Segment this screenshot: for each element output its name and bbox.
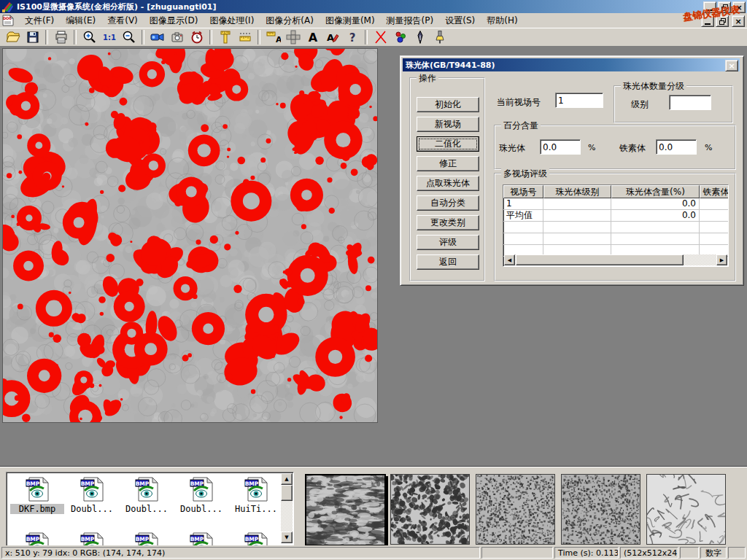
scrollbar-thumb[interactable] bbox=[281, 485, 293, 501]
menu-view[interactable]: 查看(V) bbox=[101, 13, 144, 28]
pick-pearlite-button[interactable]: 点取珠光体 bbox=[417, 176, 479, 191]
file-item[interactable]: BMP bbox=[10, 532, 64, 546]
document-icon[interactable]: DOC bbox=[2, 15, 15, 26]
table-row[interactable] bbox=[503, 222, 728, 233]
column-header-1[interactable]: 珠光体级别 bbox=[543, 185, 611, 198]
column-header-2[interactable]: 珠光体含量(%) bbox=[611, 185, 700, 198]
one-to-one-icon: 1:1 bbox=[102, 30, 117, 44]
multifield-table[interactable]: 视场号珠光体级别珠光体含量(%)铁素体含量(%) 10.0平均值0.0 ◀ ▶ bbox=[503, 184, 729, 267]
print-button[interactable] bbox=[52, 29, 70, 46]
menu-file[interactable]: 文件(F) bbox=[19, 13, 60, 28]
camera-icon bbox=[170, 30, 185, 44]
new-field-button[interactable]: 新视场 bbox=[417, 117, 479, 132]
column-header-0[interactable]: 视场号 bbox=[503, 185, 543, 198]
dialog-title-bar[interactable]: 珠光体(GB/T9441-88) × bbox=[403, 58, 740, 71]
image-thumbnail[interactable] bbox=[390, 474, 470, 545]
toolbar-separator bbox=[258, 30, 260, 44]
table-horizontal-scrollbar[interactable]: ◀ ▶ bbox=[504, 254, 727, 265]
file-item[interactable]: BMPDoubl... bbox=[65, 477, 119, 514]
column-header-3[interactable]: 铁素体含量(%) bbox=[700, 185, 729, 198]
file-item[interactable]: BMPDoubl... bbox=[174, 477, 228, 514]
actual-size-button[interactable]: 1:1 bbox=[100, 29, 118, 46]
snapshot-button[interactable] bbox=[168, 29, 186, 46]
zoom-in-button[interactable] bbox=[80, 29, 98, 46]
micrograph-image[interactable] bbox=[2, 48, 378, 423]
caliper-measure-button[interactable] bbox=[216, 29, 234, 46]
scroll-right-button[interactable]: ▶ bbox=[716, 254, 727, 265]
auto-classify-button[interactable]: 自动分类 bbox=[417, 195, 479, 211]
mdi-minimize-button[interactable] bbox=[701, 15, 714, 27]
file-item[interactable]: BMP bbox=[174, 532, 228, 546]
table-cell bbox=[700, 210, 729, 222]
menu-settings[interactable]: 设置(S) bbox=[439, 13, 481, 28]
table-cell: 平均值 bbox=[503, 210, 543, 222]
file-item[interactable]: BMPHuiTi... bbox=[229, 477, 283, 514]
file-item[interactable]: BMPDoubl... bbox=[120, 477, 174, 514]
pen-tool-button[interactable] bbox=[411, 29, 429, 46]
initialize-button[interactable]: 初始化 bbox=[417, 97, 479, 112]
file-item[interactable]: BMP bbox=[229, 532, 283, 546]
file-item[interactable]: BMP bbox=[120, 532, 174, 546]
multifield-group: 多视场评级 视场号珠光体级别珠光体含量(%)铁素体含量(%) 10.0平均值0.… bbox=[494, 173, 736, 281]
file-item[interactable]: BMPDKF.bmp bbox=[10, 477, 64, 514]
table-row[interactable]: 平均值0.0 bbox=[503, 210, 728, 222]
image-thumbnail[interactable] bbox=[476, 474, 555, 545]
zoom-out-button[interactable] bbox=[120, 29, 138, 46]
menu-help[interactable]: 帮助(H) bbox=[481, 13, 523, 28]
measure-label-button[interactable]: A bbox=[264, 29, 282, 46]
scroll-down-button[interactable]: ▼ bbox=[281, 532, 293, 543]
scroll-left-button[interactable]: ◀ bbox=[504, 254, 515, 265]
phase-classify-button[interactable] bbox=[391, 29, 409, 46]
binarize-button[interactable]: 二值化 bbox=[417, 136, 479, 152]
svg-text:1:1: 1:1 bbox=[103, 34, 116, 42]
brush-tool-button[interactable] bbox=[430, 29, 449, 46]
level-input[interactable] bbox=[669, 95, 711, 110]
image-thumbnail[interactable] bbox=[646, 474, 726, 545]
menu-bar-items: 文件(F)编辑(E)查看(V)图像显示(D)图像处理(I)图像分析(A)图像测量… bbox=[19, 13, 524, 28]
grid-tool-button[interactable] bbox=[284, 29, 302, 46]
close-icon: × bbox=[735, 18, 741, 26]
window-minimize-button[interactable] bbox=[703, 1, 716, 13]
current-field-label: 当前视场号 bbox=[497, 96, 541, 109]
text-tool-button[interactable]: A bbox=[303, 29, 322, 46]
table-row[interactable] bbox=[503, 233, 728, 245]
save-button[interactable] bbox=[23, 29, 42, 46]
mdi-close-button[interactable]: × bbox=[732, 15, 745, 27]
menu-image-display[interactable]: 图像显示(D) bbox=[144, 13, 204, 28]
video-capture-button[interactable] bbox=[148, 29, 166, 46]
current-field-input[interactable] bbox=[555, 93, 603, 108]
menu-bar: DOC 文件(F)编辑(E)查看(V)图像显示(D)图像处理(I)图像分析(A)… bbox=[0, 13, 747, 28]
timer-button[interactable] bbox=[187, 29, 206, 46]
toolbar-separator bbox=[142, 30, 144, 44]
ferrite-percent-input[interactable] bbox=[656, 139, 697, 155]
table-row[interactable]: 10.0 bbox=[503, 198, 728, 210]
window-close-button[interactable]: × bbox=[732, 1, 746, 13]
scrollbar-thumb[interactable] bbox=[516, 254, 684, 265]
correct-button[interactable]: 修正 bbox=[417, 156, 479, 171]
grade-button[interactable]: 评级 bbox=[417, 235, 479, 250]
file-list[interactable]: BMPDKF.bmpBMPDoubl...BMPDoubl...BMPDoubl… bbox=[6, 472, 294, 546]
mdi-restore-button[interactable] bbox=[716, 15, 729, 27]
image-thumbnail[interactable] bbox=[561, 474, 640, 545]
file-item[interactable]: BMP bbox=[65, 532, 119, 546]
help-button[interactable]: ? bbox=[343, 29, 361, 46]
dialog-close-button[interactable]: × bbox=[725, 60, 738, 71]
ruler-measure-button[interactable] bbox=[236, 29, 254, 46]
menu-image-measure[interactable]: 图像测量(M) bbox=[320, 13, 381, 28]
window-restore-button[interactable] bbox=[718, 1, 731, 13]
file-list-scrollbar[interactable]: ▲ ▼ bbox=[281, 473, 293, 543]
menu-edit[interactable]: 编辑(E) bbox=[60, 13, 101, 28]
menu-image-analysis[interactable]: 图像分析(A) bbox=[260, 13, 320, 28]
menu-image-process[interactable]: 图像处理(I) bbox=[204, 13, 260, 28]
menu-measure-report[interactable]: 测量报告(P) bbox=[381, 13, 440, 28]
brush-icon bbox=[433, 30, 447, 44]
change-class-button[interactable]: 更改类别 bbox=[417, 215, 479, 230]
return-button[interactable]: 返回 bbox=[417, 254, 479, 270]
annotate-button[interactable]: A bbox=[323, 29, 341, 46]
open-button[interactable] bbox=[4, 29, 22, 46]
scroll-up-button[interactable]: ▲ bbox=[281, 473, 293, 485]
status-bar: x: 510 y: 79 idx: 0 RGB: (174, 174, 174)… bbox=[0, 545, 747, 560]
image-thumbnail[interactable] bbox=[305, 474, 386, 546]
curve-tool-button[interactable] bbox=[371, 29, 390, 46]
pearlite-percent-input[interactable] bbox=[540, 139, 581, 155]
